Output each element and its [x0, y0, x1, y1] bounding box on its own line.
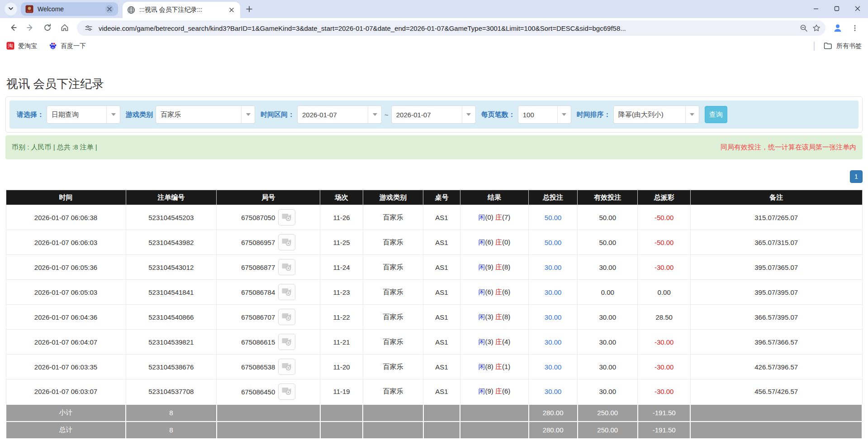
home-button[interactable] — [57, 20, 72, 36]
new-tab-button[interactable] — [243, 3, 256, 15]
footer-label: 总计 — [6, 422, 126, 439]
result-player-label: 闲 — [479, 313, 485, 321]
zoom-icon[interactable] — [797, 22, 810, 34]
maximize-button[interactable] — [826, 0, 847, 18]
bookmark-taobao[interactable]: 淘 爱淘宝 — [6, 42, 37, 51]
date-end-input[interactable]: 2026-01-07 — [391, 106, 476, 124]
tab-bet-record[interactable]: :::视讯 会员下注纪录::: — [123, 2, 240, 18]
minimize-icon — [813, 6, 819, 13]
table-row: 2026-01-07 06:06:03523104543982675086957… — [6, 230, 862, 255]
video-replay-icon — [282, 386, 292, 397]
select-value: 日期查询 — [47, 110, 106, 119]
cell-result: 闲(9) 庄(6) — [460, 379, 528, 404]
cell-remark: 315.07/265.07 — [690, 205, 862, 230]
footer-count: 8 — [126, 404, 217, 422]
cell-result: 闲(3) 庄(4) — [460, 330, 528, 355]
date-tilde: ~ — [384, 111, 389, 119]
cell-time: 2026-01-07 06:06:38 — [6, 205, 126, 230]
footer-result — [460, 404, 528, 422]
forward-button[interactable] — [23, 20, 38, 36]
cell-session: 11-21 — [320, 330, 363, 355]
all-bookmarks[interactable]: 所有书签 — [814, 42, 862, 51]
filter-bar: 请选择： 日期查询 游戏类别 百家乐 时间区间： 2026-01-07 ~ — [9, 101, 859, 129]
profile-avatar[interactable] — [830, 20, 845, 36]
video-replay-button[interactable] — [278, 284, 295, 300]
bookmark-baidu[interactable]: du 百度一下 — [49, 42, 86, 51]
col-bet-id: 注单编号 — [126, 190, 217, 205]
svg-text:淘: 淘 — [8, 43, 13, 48]
col-round: 局号 — [217, 190, 320, 205]
tab-search-button[interactable] — [5, 3, 17, 15]
select-value: 100 — [518, 111, 557, 119]
footer-payout: -191.50 — [638, 404, 690, 422]
cell-bet-id: 523104537708 — [126, 379, 217, 404]
tab-close-button[interactable] — [105, 5, 114, 13]
close-icon — [855, 6, 860, 13]
site-info-icon[interactable] — [82, 22, 95, 34]
date-start-input[interactable]: 2026-01-07 — [297, 106, 382, 124]
bet-table-footer: 小计8280.00250.00-191.50总计8280.00250.00-19… — [6, 404, 862, 439]
col-session: 场次 — [320, 190, 363, 205]
cell-payout: -30.00 — [638, 330, 690, 355]
currency-summary: 币别 : 人民币 | 总共 :8 注单 | — [12, 143, 97, 152]
per-page-label: 每页笔数： — [481, 110, 515, 119]
back-icon — [9, 23, 18, 34]
back-button[interactable] — [5, 20, 21, 36]
video-replay-icon — [282, 287, 292, 297]
cell-valid-bet: 0.00 — [578, 280, 638, 305]
minimize-button[interactable] — [806, 0, 826, 18]
all-bookmarks-label: 所有书签 — [836, 42, 862, 50]
browser-toolbar: videoie.com/game/betrecord_search/kind3?… — [0, 18, 868, 38]
search-button[interactable]: 查询 — [705, 106, 727, 123]
sort-label: 时间排序： — [577, 110, 611, 119]
cell-game-kind: 百家乐 — [363, 379, 423, 404]
video-replay-button[interactable] — [278, 309, 295, 325]
video-replay-button[interactable] — [278, 334, 295, 350]
tab-close-button[interactable] — [228, 6, 236, 14]
video-replay-icon — [282, 262, 292, 273]
reload-button[interactable] — [40, 20, 55, 36]
chevron-down-icon — [8, 5, 14, 13]
tab-welcome[interactable]: Welcome — [21, 2, 118, 16]
per-page-select[interactable]: 100 — [518, 106, 571, 124]
cell-valid-bet: 30.00 — [578, 379, 638, 404]
footer-game — [363, 422, 423, 439]
col-valid-bet: 有效投注 — [578, 190, 638, 205]
video-replay-icon — [282, 237, 292, 248]
col-result: 结果 — [460, 190, 528, 205]
video-replay-button[interactable] — [278, 259, 295, 275]
date-range-label: 时间区间： — [261, 110, 294, 119]
bookmark-star-icon[interactable] — [810, 22, 823, 34]
query-type-select[interactable]: 日期查询 — [47, 106, 120, 124]
cell-game-kind: 百家乐 — [363, 330, 423, 355]
cell-payout: -30.00 — [638, 379, 690, 404]
caret-down-icon — [462, 106, 475, 123]
cell-table-no: AS1 — [423, 355, 460, 379]
sort-select[interactable]: 降幂(由大到小) — [613, 106, 699, 124]
video-replay-button[interactable] — [278, 384, 295, 400]
result-player-label: 闲 — [479, 363, 485, 370]
reload-icon — [43, 23, 52, 34]
baidu-paw-icon: du — [49, 42, 57, 51]
footer-remark — [690, 404, 862, 422]
cell-total-bet: 30.00 — [529, 255, 578, 280]
address-bar[interactable]: videoie.com/game/betrecord_search/kind3?… — [77, 20, 825, 36]
cell-time: 2026-01-07 06:05:36 — [6, 255, 126, 280]
footer-total-bet: 280.00 — [529, 404, 578, 422]
filter-panel: 请选择： 日期查询 游戏类别 百家乐 时间区间： 2026-01-07 ~ — [5, 96, 863, 133]
cell-bet-id: 523104543012 — [126, 255, 217, 280]
result-banker-label: 庄 — [495, 363, 502, 370]
plus-icon — [246, 4, 252, 14]
col-table-no: 桌号 — [423, 190, 460, 205]
game-kind-select[interactable]: 百家乐 — [156, 106, 255, 124]
video-replay-icon — [282, 312, 292, 322]
menu-icon[interactable] — [847, 20, 863, 36]
cell-session: 11-23 — [320, 280, 363, 305]
page-1-button[interactable]: 1 — [850, 170, 863, 183]
video-replay-button[interactable] — [278, 359, 295, 375]
video-replay-button[interactable] — [278, 234, 295, 250]
cell-table-no: AS1 — [423, 330, 460, 355]
video-replay-button[interactable] — [278, 209, 295, 225]
close-window-button[interactable] — [847, 0, 868, 18]
result-player-label: 闲 — [479, 387, 485, 395]
